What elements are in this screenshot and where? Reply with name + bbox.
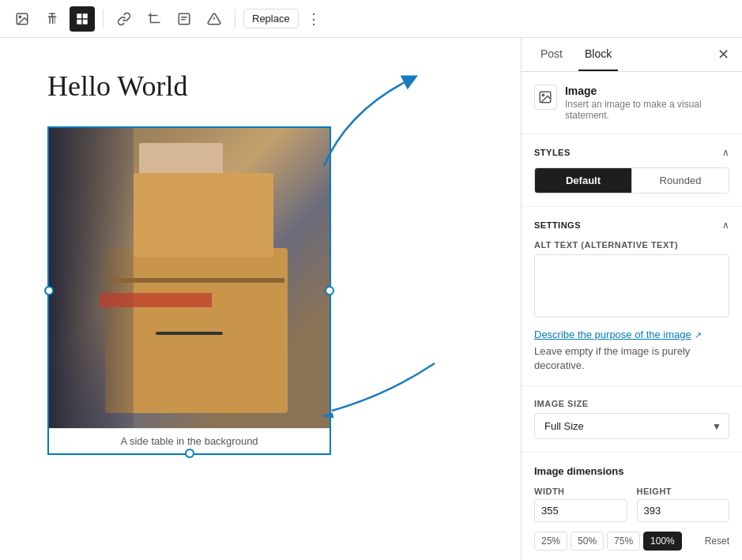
image-size-select[interactable]: Full Size Large Medium Thumbnail — [534, 413, 729, 439]
shelf-item — [139, 143, 224, 185]
svg-point-14 — [543, 94, 544, 96]
describe-note: Leave empty if the image is purely decor… — [534, 344, 729, 373]
dimensions-section: Image dimensions WIDTH HEIGHT 25% 50% 75… — [522, 453, 742, 560]
width-input[interactable] — [534, 499, 627, 522]
settings-label: Settings — [534, 220, 581, 230]
image-toolbar-icon[interactable] — [9, 6, 35, 32]
resize-handle-left[interactable] — [44, 286, 54, 295]
styles-header: Styles ∧ — [534, 147, 729, 158]
settings-section: Settings ∧ ALT TEXT (ALTERNATIVE TEXT) D… — [522, 207, 742, 386]
dimensions-label: Image dimensions — [534, 465, 729, 477]
replace-button[interactable]: Replace — [243, 9, 299, 28]
style-buttons: Default Rounded — [534, 167, 729, 194]
svg-rect-4 — [77, 19, 81, 24]
toolbar-divider-2 — [235, 9, 235, 28]
more-options-button[interactable]: ⋮ — [307, 10, 321, 28]
dimensions-row: WIDTH HEIGHT — [534, 487, 729, 522]
style-rounded-button[interactable]: Rounded — [631, 168, 729, 193]
svg-rect-5 — [83, 19, 88, 24]
tab-post[interactable]: Post — [534, 38, 569, 71]
alt-text-input[interactable] — [534, 254, 729, 318]
describe-purpose-link[interactable]: Describe the purpose of the image — [534, 329, 691, 340]
image-size-select-wrapper: Full Size Large Medium Thumbnail ▼ — [534, 413, 729, 439]
red-cloth — [100, 293, 212, 307]
height-label: HEIGHT — [637, 487, 730, 496]
block-toolbar-icon[interactable] — [70, 6, 95, 32]
width-field: WIDTH — [534, 487, 627, 522]
block-description: Insert an image to make a visual stateme… — [565, 99, 729, 121]
link-toolbar-icon[interactable] — [111, 6, 137, 32]
image-block-container: A side table in the background — [47, 126, 331, 455]
settings-header: Settings ∧ — [534, 220, 729, 231]
drawer-handle — [156, 332, 223, 335]
image-size-label: IMAGE SIZE — [534, 399, 729, 408]
caption-toolbar-icon[interactable] — [171, 6, 197, 32]
resize-handle-bottom[interactable] — [185, 449, 194, 458]
block-info: Image Insert an image to make a visual s… — [522, 72, 742, 134]
style-default-button[interactable]: Default — [535, 168, 631, 193]
image-placeholder — [49, 128, 330, 428]
height-input[interactable] — [637, 499, 730, 522]
settings-chevron: ∧ — [722, 220, 729, 231]
shelf-detail — [111, 278, 284, 283]
styles-label: Styles — [534, 148, 571, 157]
pct-50-button[interactable]: 50% — [571, 532, 604, 551]
page-title: Hello World — [47, 70, 473, 103]
svg-point-1 — [19, 16, 21, 17]
pct-75-button[interactable]: 75% — [607, 532, 640, 551]
pct-25-button[interactable]: 25% — [534, 532, 567, 551]
styles-section: Styles ∧ Default Rounded — [522, 134, 742, 207]
width-label: WIDTH — [534, 487, 627, 496]
percent-buttons: 25% 50% 75% 100% Reset — [534, 532, 729, 551]
describe-container: Describe the purpose of the image ↗ Leav… — [534, 327, 729, 373]
alt-text-label: ALT TEXT (ALTERNATIVE TEXT) — [534, 240, 729, 250]
svg-rect-3 — [83, 13, 88, 18]
right-panel: Post Block ✕ Image Insert an image to ma… — [521, 38, 742, 560]
pct-100-button[interactable]: 100% — [643, 532, 682, 551]
crop-toolbar-icon[interactable] — [141, 6, 167, 32]
toolbar: Replace ⋮ — [0, 0, 742, 38]
dark-object — [223, 194, 262, 218]
main-area: Hello World — [0, 38, 742, 560]
paragraph-toolbar-icon[interactable] — [40, 6, 65, 32]
styles-chevron: ∧ — [722, 147, 729, 158]
tab-block[interactable]: Block — [578, 38, 618, 71]
block-title: Image — [565, 85, 729, 97]
describe-icon: ↗ — [695, 330, 702, 340]
svg-rect-2 — [77, 13, 81, 18]
height-field: HEIGHT — [637, 487, 730, 522]
image-wrapper: A side table in the background — [47, 126, 331, 455]
panel-tabs: Post Block ✕ — [522, 38, 742, 72]
image-block[interactable]: A side table in the background — [47, 126, 331, 455]
block-icon — [534, 85, 557, 110]
resize-handle-right[interactable] — [325, 286, 334, 295]
editor-area: Hello World — [0, 38, 521, 560]
reset-button[interactable]: Reset — [705, 536, 729, 547]
alert-toolbar-icon[interactable] — [202, 6, 227, 32]
image-size-section: IMAGE SIZE Full Size Large Medium Thumbn… — [522, 386, 742, 453]
panel-close-button[interactable]: ✕ — [718, 46, 729, 63]
toolbar-divider-1 — [103, 9, 104, 28]
